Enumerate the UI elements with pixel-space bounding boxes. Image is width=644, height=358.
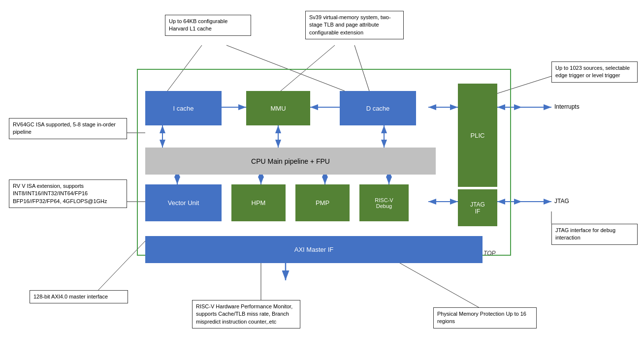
- riscv-debug-block: RISC-V Debug: [359, 184, 409, 221]
- annotation-l1-cache: Up to 64KB configurable Harvard L1 cache: [165, 15, 251, 36]
- annotation-mmu: Sv39 virtual-memory system, two-stage TL…: [305, 11, 404, 39]
- interrupts-label: Interrupts: [554, 103, 580, 110]
- hpm-block: HPM: [231, 184, 286, 221]
- icache-block: I cache: [145, 91, 222, 125]
- annotation-plic: Up to 1023 sources, selectable edge trig…: [551, 61, 638, 83]
- annotation-jtag-desc: JTAG interface for debug interaction: [551, 224, 638, 245]
- annotation-axi: 128-bit AXI4.0 master interface: [30, 290, 128, 303]
- annotation-hpm: RISC-V Hardware Performance Monitor, sup…: [192, 300, 300, 328]
- plic-block: PLIC: [458, 84, 497, 187]
- jtag-if-block: JTAG IF: [458, 189, 497, 226]
- mmu-block: MMU: [246, 91, 310, 125]
- vector-unit-block: Vector Unit: [145, 184, 222, 221]
- dcache-block: D cache: [340, 91, 416, 125]
- pmp-block: PMP: [295, 184, 350, 221]
- axi-master-block: AXI Master IF: [145, 236, 483, 263]
- diagram-container: Up to 64KB configurable Harvard L1 cache…: [0, 0, 644, 358]
- annotation-vector-isa: RV V ISA extension, supports INT8/INT16/…: [9, 179, 127, 208]
- annotation-pmp: Physical Memory Protection Up to 16 regi…: [433, 307, 537, 328]
- jtag-label: JTAG: [554, 198, 569, 205]
- annotation-isa-pipeline: RV64GC ISA supported, 5-8 stage in-order…: [9, 118, 127, 139]
- cpu-pipeline-block: CPU Main pipeline + FPU: [145, 148, 436, 175]
